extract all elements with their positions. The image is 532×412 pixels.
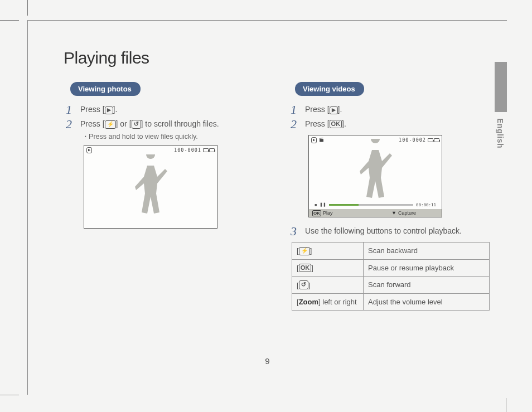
- crop-mark: [27, 0, 28, 16]
- crop-mark: [506, 398, 506, 412]
- zoom-label: Zoom: [299, 298, 318, 306]
- crop-mark: [0, 20, 19, 21]
- ok-icon: OK: [330, 120, 342, 128]
- camera-screen-photo: ▶ 100-0001: [84, 145, 217, 229]
- ok-icon: OK: [312, 210, 321, 216]
- progress-bar: [329, 204, 413, 206]
- table-desc: Pause or resume playback: [364, 259, 490, 276]
- pause-icon: ❚❚: [320, 202, 326, 207]
- step-number: 2: [291, 118, 298, 130]
- table-key: [OK]: [292, 259, 364, 276]
- page: English 9 Playing files Viewing photos 1…: [27, 20, 507, 395]
- table-desc: Scan forward: [364, 276, 490, 293]
- timer-icon: [132, 120, 141, 129]
- step-row: 2 Press [] or [] to scroll through files…: [66, 118, 271, 130]
- table-key: [Zoom] left or right: [292, 293, 364, 310]
- step-number: 2: [66, 118, 74, 130]
- screen-footer: OK Play ▼ Capture: [309, 209, 442, 217]
- page-title: Playing files: [64, 49, 149, 67]
- playback-icon: ▶: [330, 106, 338, 114]
- heading-videos: Viewing videos: [295, 82, 364, 96]
- step-row: 3 Use the following buttons to control p…: [291, 225, 496, 237]
- heading-photos: Viewing photos: [70, 82, 141, 96]
- file-counter: 100-0002: [399, 137, 426, 143]
- section-videos: Viewing videos 1 Press [▶]. 2 Press [OK]…: [284, 82, 496, 311]
- step-text: Press [] or [] to scroll through files.: [80, 118, 219, 129]
- step-number: 1: [291, 104, 298, 116]
- step-text: Use the following buttons to control pla…: [305, 225, 462, 235]
- flash-icon: [105, 120, 116, 129]
- timer-icon: [299, 280, 308, 289]
- table-desc: Adjust the volume level: [364, 293, 490, 310]
- down-icon: ▼: [391, 210, 396, 216]
- table-key: []: [292, 276, 364, 293]
- flash-icon: [299, 247, 310, 255]
- page-number: 9: [265, 356, 269, 366]
- sub-note: Press and hold to view files quickly.: [85, 133, 271, 140]
- step-text: Press [▶].: [80, 104, 117, 114]
- step-row: 1 Press [▶].: [291, 104, 496, 116]
- battery-icon: [428, 138, 439, 142]
- video-indicator-icon: 🎬: [319, 138, 324, 142]
- camera-screen-video: ▶ 🎬 100-0002 ■ ❚❚ 00:00:11 OK: [308, 135, 442, 217]
- ok-icon: OK: [299, 264, 312, 272]
- step-number: 1: [66, 104, 74, 116]
- video-progress: ■ ❚❚ 00:00:11: [315, 202, 436, 207]
- file-counter: 100-0001: [174, 147, 201, 153]
- person-silhouette-icon: [128, 154, 173, 216]
- table-row: [] Scan backward: [292, 243, 490, 260]
- screen-statusbar: ▶ 100-0001: [84, 146, 217, 153]
- playback-icon: ▶: [105, 106, 113, 114]
- table-key: []: [292, 243, 364, 260]
- controls-table: [] Scan backward [OK] Pause or resume pl…: [292, 242, 490, 311]
- person-silhouette-icon: [353, 139, 398, 200]
- stop-icon: ■: [315, 203, 317, 207]
- step-text: Press [OK].: [305, 118, 346, 128]
- playback-icon: ▶: [311, 137, 317, 143]
- section-photos: Viewing photos 1 Press [▶]. 2 Press [] o…: [59, 82, 271, 233]
- table-desc: Scan backward: [364, 243, 490, 260]
- table-row: [OK] Pause or resume playback: [292, 259, 490, 276]
- video-time: 00:00:11: [416, 202, 436, 207]
- language-tab: [495, 62, 507, 112]
- table-row: [] Scan forward: [292, 276, 490, 293]
- table-row: [Zoom] left or right Adjust the volume l…: [292, 293, 490, 310]
- capture-label: Capture: [398, 210, 416, 216]
- language-label: English: [496, 118, 505, 148]
- battery-icon: [203, 148, 215, 152]
- step-number: 3: [291, 225, 298, 237]
- play-label: Play: [323, 210, 333, 216]
- playback-icon: ▶: [86, 147, 92, 153]
- step-text: Press [▶].: [305, 104, 342, 114]
- step-row: 1 Press [▶].: [66, 104, 271, 116]
- step-row: 2 Press [OK].: [291, 118, 496, 130]
- crop-mark: [0, 395, 19, 395]
